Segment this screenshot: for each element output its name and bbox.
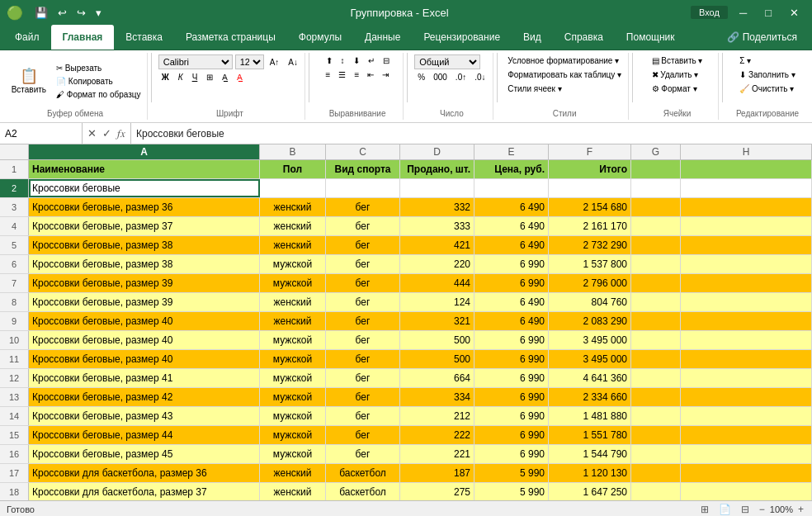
font-size-select[interactable]: 12 [235, 54, 264, 69]
cell-a[interactable]: Кроссовки беговые, размер 41 [29, 369, 260, 387]
cell-d[interactable]: 334 [400, 388, 474, 406]
cell-g[interactable] [631, 293, 681, 311]
cell-d[interactable]: 500 [400, 350, 474, 368]
autosum-button[interactable]: Σ ▾ [736, 54, 754, 67]
wrap-text-button[interactable]: ↵ [365, 54, 378, 67]
cell-h[interactable] [681, 312, 812, 330]
page-break-view-button[interactable]: ⊟ [739, 504, 751, 515]
formula-input[interactable] [131, 128, 812, 140]
cell-h[interactable] [681, 350, 812, 368]
cell-g[interactable] [631, 179, 681, 197]
cell-f[interactable]: 2 732 290 [549, 236, 631, 254]
cell-h[interactable] [681, 255, 812, 273]
cell-e[interactable] [474, 179, 549, 197]
cell-b[interactable]: Пол [260, 160, 326, 178]
merge-button[interactable]: ⊟ [380, 54, 393, 67]
cell-a[interactable]: Кроссовки беговые [29, 179, 260, 197]
col-header-b[interactable]: B [260, 144, 326, 159]
cell-f[interactable]: 4 641 360 [549, 369, 631, 387]
cell-d[interactable] [400, 179, 474, 197]
row-number[interactable]: 16 [0, 445, 29, 463]
cell-g[interactable] [631, 483, 681, 500]
font-color-button[interactable]: А̲ [234, 71, 246, 83]
cell-g[interactable] [631, 369, 681, 387]
cell-a[interactable]: Кроссовки беговые, размер 38 [29, 236, 260, 254]
cell-f[interactable]: 1 544 790 [549, 445, 631, 463]
cell-f[interactable]: 3 495 000 [549, 331, 631, 349]
insert-cells-button[interactable]: ▤ Вставить ▾ [649, 54, 706, 67]
cell-d[interactable]: Продано, шт. [400, 160, 474, 178]
cell-b[interactable] [260, 179, 326, 197]
row-number[interactable]: 12 [0, 369, 29, 387]
cell-f[interactable]: 2 161 170 [549, 217, 631, 235]
row-number[interactable]: 1 [0, 160, 29, 178]
cell-c[interactable]: бег [326, 369, 400, 387]
col-header-a[interactable]: A [29, 144, 260, 159]
cell-b[interactable]: мужской [260, 369, 326, 387]
row-number[interactable]: 2 [0, 179, 29, 197]
cell-c[interactable]: бег [326, 331, 400, 349]
delete-cells-button[interactable]: ✖ Удалить ▾ [649, 69, 702, 81]
cell-e[interactable]: 6 990 [474, 388, 549, 406]
cell-d[interactable]: 221 [400, 445, 474, 463]
row-number[interactable]: 18 [0, 483, 29, 500]
cell-h[interactable] [681, 445, 812, 463]
cell-e[interactable]: 6 990 [474, 274, 549, 292]
cell-h[interactable] [681, 293, 812, 311]
cut-button[interactable]: ✂ Вырезать [53, 62, 144, 74]
cell-d[interactable]: 321 [400, 312, 474, 330]
cell-h[interactable] [681, 483, 812, 500]
cell-e[interactable]: 6 490 [474, 312, 549, 330]
cell-f[interactable]: Итого [549, 160, 631, 178]
cell-h[interactable] [681, 369, 812, 387]
row-number[interactable]: 17 [0, 464, 29, 482]
cell-h[interactable] [681, 331, 812, 349]
cell-a[interactable]: Кроссовки беговые, размер 40 [29, 312, 260, 330]
cell-h[interactable] [681, 198, 812, 216]
cell-d[interactable]: 275 [400, 483, 474, 500]
cell-g[interactable] [631, 388, 681, 406]
decrease-font-button[interactable]: A↓ [285, 56, 301, 69]
cell-c[interactable]: бег [326, 255, 400, 273]
cell-h[interactable] [681, 274, 812, 292]
format-cells-button[interactable]: ⚙ Формат ▾ [649, 83, 701, 95]
tab-formulas[interactable]: Формулы [287, 25, 353, 50]
name-box[interactable]: A2 [0, 123, 83, 144]
cell-e[interactable]: 6 990 [474, 445, 549, 463]
cell-f[interactable]: 804 760 [549, 293, 631, 311]
cell-b[interactable]: женский [260, 464, 326, 482]
cell-a[interactable]: Кроссовки беговые, размер 40 [29, 331, 260, 349]
cell-g[interactable] [631, 236, 681, 254]
row-number[interactable]: 11 [0, 350, 29, 368]
paste-button[interactable]: 📋 Вставить [7, 65, 51, 97]
cell-h[interactable] [681, 388, 812, 406]
insert-function-button[interactable]: 𝑓𝑥 [116, 127, 127, 140]
cell-d[interactable]: 421 [400, 236, 474, 254]
redo-button[interactable]: ↪ [73, 5, 89, 21]
cell-e[interactable]: 5 990 [474, 483, 549, 500]
col-header-e[interactable]: E [474, 144, 549, 159]
bold-button[interactable]: Ж [158, 71, 172, 83]
cell-e[interactable]: 6 990 [474, 407, 549, 425]
align-top-button[interactable]: ⬆ [323, 54, 336, 67]
cell-c[interactable]: бег [326, 198, 400, 216]
cell-a[interactable]: Наименование [29, 160, 260, 178]
conditional-format-button[interactable]: Условное форматирование ▾ [504, 54, 622, 67]
cell-g[interactable] [631, 255, 681, 273]
save-button[interactable]: 💾 [31, 5, 51, 21]
cell-f[interactable]: 1 647 250 [549, 483, 631, 500]
cell-f[interactable]: 2 154 680 [549, 198, 631, 216]
cell-c[interactable]: баскетбол [326, 464, 400, 482]
cell-b[interactable]: мужской [260, 255, 326, 273]
align-center-button[interactable]: ☰ [335, 69, 349, 81]
close-button[interactable]: ✕ [783, 5, 805, 21]
percent-button[interactable]: % [414, 71, 428, 83]
cell-e[interactable]: 6 490 [474, 217, 549, 235]
tab-assistant[interactable]: Помощник [615, 25, 687, 50]
row-number[interactable]: 8 [0, 293, 29, 311]
align-left-button[interactable]: ≡ [323, 69, 334, 81]
cell-e[interactable]: 6 490 [474, 198, 549, 216]
cell-d[interactable]: 124 [400, 293, 474, 311]
cell-e[interactable]: 6 490 [474, 293, 549, 311]
undo-button[interactable]: ↩ [54, 5, 70, 21]
